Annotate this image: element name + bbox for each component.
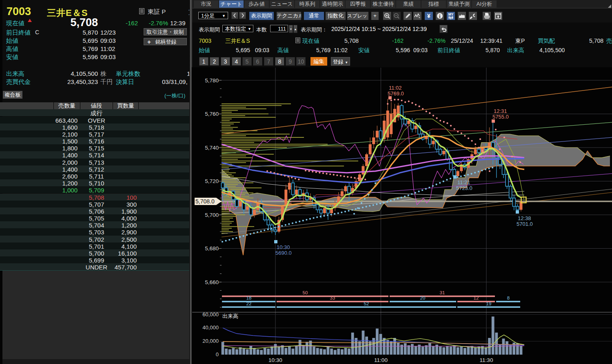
svg-text:出来高: 出来高	[222, 313, 238, 319]
svg-text:10:30: 10:30	[277, 244, 290, 250]
svg-text:5755.0: 5755.0	[492, 114, 509, 120]
svg-text:18: 18	[246, 296, 252, 300]
svg-text:8: 8	[507, 296, 510, 300]
svg-text:19: 19	[486, 301, 492, 306]
svg-text:5,680: 5,680	[205, 245, 219, 251]
svg-text:60,000: 60,000	[202, 311, 219, 318]
svg-text:5,660: 5,660	[205, 279, 219, 285]
svg-text:5,780: 5,780	[205, 77, 219, 84]
svg-text:20,000: 20,000	[202, 338, 219, 344]
svg-text:11:21: 11:21	[457, 179, 470, 185]
svg-text:11:30: 11:30	[480, 357, 493, 363]
svg-text:5,720: 5,720	[205, 178, 219, 184]
svg-text:5,708.0: 5,708.0	[195, 198, 215, 205]
svg-text:5,740: 5,740	[205, 145, 219, 151]
svg-text:31: 31	[440, 290, 445, 295]
svg-text:12:31: 12:31	[494, 108, 507, 114]
svg-text:5701.0: 5701.0	[517, 221, 533, 227]
svg-text:20: 20	[420, 296, 426, 300]
svg-text:5,700: 5,700	[205, 212, 219, 218]
svg-text:11:02: 11:02	[389, 85, 402, 91]
svg-text:5,760: 5,760	[205, 111, 219, 117]
svg-text:50: 50	[303, 290, 308, 295]
svg-text:5690.0: 5690.0	[275, 250, 292, 256]
svg-text:22: 22	[246, 301, 252, 306]
svg-text:MY: MY	[448, 12, 454, 16]
svg-text:0: 0	[216, 351, 219, 357]
svg-text:10:30: 10:30	[268, 357, 282, 363]
svg-text:40,000: 40,000	[202, 324, 219, 331]
svg-text:33: 33	[330, 296, 335, 300]
svg-text:¥: ¥	[427, 13, 430, 19]
svg-text:12:38: 12:38	[518, 215, 531, 221]
svg-text:52: 52	[364, 301, 369, 306]
svg-text:5723.0: 5723.0	[456, 185, 472, 191]
svg-text:11:00: 11:00	[374, 357, 388, 363]
svg-text:12: 12	[474, 296, 479, 300]
svg-text:5769.0: 5769.0	[388, 90, 404, 97]
